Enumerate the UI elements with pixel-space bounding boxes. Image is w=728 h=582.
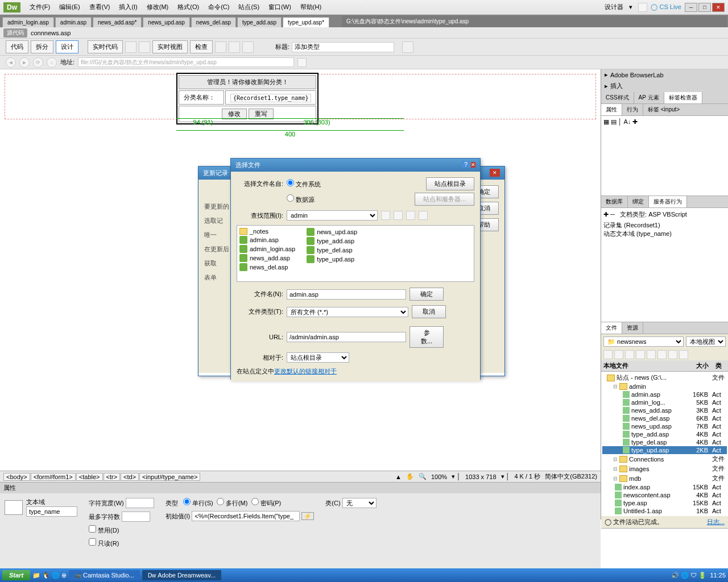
insert-panel[interactable]: ▸ 插入 [601, 80, 728, 92]
reload-icon[interactable]: ⟳ [33, 57, 43, 68]
menu-site[interactable]: 站点(S) [234, 1, 264, 13]
assets-tab[interactable]: 资源 [622, 322, 643, 334]
class-select[interactable]: 无 [342, 498, 377, 508]
up-folder-icon[interactable] [394, 211, 403, 220]
cancel-button[interactable]: 取消 [412, 305, 446, 318]
zoom-icon[interactable]: 🔍 [419, 473, 427, 480]
tree-row[interactable]: 站点 - news (G:\...文件 [602, 373, 727, 383]
zoom-value[interactable]: 100% [431, 473, 447, 480]
file-item[interactable]: admin_login.asp [239, 245, 295, 253]
multi-line-radio[interactable]: 多行(M) [217, 500, 248, 506]
help-icon[interactable]: ? [462, 161, 470, 168]
close-icon[interactable]: ✕ [471, 162, 475, 168]
tree-row[interactable]: news_del.asp6KBAct [602, 414, 727, 422]
source-file[interactable]: connnews.asp [31, 30, 71, 36]
relative-select[interactable]: 站点根目录 [287, 352, 349, 363]
readonly-checkbox[interactable]: 只读(R) [89, 540, 119, 547]
connect-icon[interactable] [603, 350, 613, 359]
refresh-icon[interactable] [229, 41, 240, 53]
css-styles-tab[interactable]: CSS样式 [601, 92, 634, 103]
code-view-button[interactable]: 代码 [6, 40, 28, 53]
tree-row[interactable]: admin.asp16KBAct [602, 390, 727, 398]
site-select[interactable]: 📁 newsnews [603, 336, 684, 347]
file-item[interactable]: type_upd.asp [307, 255, 357, 263]
server-behaviors-tab[interactable]: 服务器行为 [649, 196, 687, 207]
properties-title[interactable]: 属性 [0, 483, 601, 493]
tree-row[interactable]: admin_log...5KBAct [602, 398, 727, 406]
lightning-icon[interactable]: ⚡ [301, 512, 314, 520]
live-code-button[interactable]: 实时代码 [88, 40, 123, 53]
file-item[interactable]: news_add.asp [239, 254, 295, 262]
max-chars-input[interactable] [122, 512, 150, 522]
menu-view[interactable]: 查看(V) [85, 1, 115, 13]
tag-table[interactable]: <table> [76, 473, 103, 481]
filetype-select[interactable]: 所有文件 (*.*) [287, 307, 408, 317]
params-button[interactable]: 参数... [410, 326, 444, 348]
tree-row[interactable]: type_del.asp4KBAct [602, 438, 727, 446]
type-name-field[interactable]: {Recordset1.type_name} [230, 94, 311, 102]
live-view-button[interactable]: 实时视图 [152, 40, 188, 53]
menu-modify[interactable]: 修改(M) [142, 1, 173, 13]
toolbar-icon-1[interactable] [125, 41, 136, 53]
tab-type-add[interactable]: type_add.asp [237, 17, 282, 27]
menu-commands[interactable]: 命令(C) [204, 1, 234, 13]
start-button[interactable]: Start [2, 570, 30, 580]
sync-icon[interactable] [668, 350, 677, 359]
files-tab[interactable]: 文件 [601, 322, 622, 334]
file-item[interactable]: news_del.asp [239, 263, 295, 271]
tab-news-upd[interactable]: news_upd.asp [143, 17, 190, 27]
pointer-icon[interactable]: ▲ [395, 473, 402, 480]
tab-admin-login[interactable]: admin_login.asp [2, 17, 54, 27]
filesystem-radio[interactable]: 文件系统 [287, 179, 321, 189]
menu-insert[interactable]: 插入(I) [114, 1, 142, 13]
file-item[interactable]: admin.asp [239, 236, 295, 244]
close-icon[interactable]: ✕ [490, 169, 500, 177]
tab-type-upd[interactable]: type_upd.asp* [283, 17, 329, 27]
browserlab-panel[interactable]: ▸ Adobe BrowserLab [601, 69, 728, 80]
password-radio[interactable]: 密码(P) [251, 500, 282, 506]
tag-body[interactable]: <body> [3, 473, 30, 481]
system-tray[interactable]: 🔊 🌐 🛡 🔋 11:25 [671, 572, 726, 579]
page-title-input[interactable] [292, 42, 394, 52]
tree-row[interactable]: ⊟admin [602, 383, 727, 390]
tag-inspector-body[interactable]: ▦ ▤ │ A↓ ✚ [601, 116, 728, 196]
design-view-button[interactable]: 设计 [56, 40, 78, 53]
menu-help[interactable]: 帮助(H) [296, 1, 326, 13]
ap-elements-tab[interactable]: AP 元素 [634, 92, 664, 103]
file-tree[interactable]: 站点 - news (G:\...文件⊟adminadmin.asp16KBAc… [601, 372, 728, 516]
tree-row[interactable]: news_add.asp3KBAct [602, 406, 727, 414]
file-item[interactable]: type_del.asp [307, 246, 357, 254]
char-width-input[interactable] [126, 498, 154, 508]
tree-row[interactable]: type_upd.asp2KBAct [602, 446, 727, 454]
tree-row[interactable]: ⊟images文件 [602, 464, 727, 473]
cslive-link[interactable]: ◯ CS Live [651, 3, 681, 11]
tag-form[interactable]: <form#form1> [31, 473, 76, 481]
view-select[interactable]: 本地视图 [686, 336, 726, 347]
bindings-tab[interactable]: 绑定 [628, 196, 649, 207]
col-localfile[interactable]: 本地文件 [601, 360, 695, 371]
minimize-icon[interactable]: ─ [685, 3, 697, 12]
tree-row[interactable]: ⊟Connections文件 [602, 454, 727, 464]
init-value-input[interactable] [192, 511, 300, 521]
refresh-icon[interactable] [614, 350, 623, 359]
file-item[interactable]: type_add.asp [307, 237, 357, 245]
url-input[interactable] [287, 332, 406, 342]
behaviors-tab[interactable]: 行为 [622, 104, 643, 115]
recordset-item[interactable]: 记录集 (Recordset1) [603, 221, 726, 230]
tag-td[interactable]: <td> [121, 473, 139, 481]
hand-icon[interactable]: ✋ [406, 473, 414, 480]
expand-icon[interactable] [679, 350, 688, 359]
view-menu-icon[interactable] [419, 211, 428, 220]
task-camtasia[interactable]: 📹 Camtasia Studio... [69, 570, 140, 580]
inspect-button[interactable]: 检查 [190, 40, 213, 53]
tree-row[interactable]: type.asp15KBAct [602, 499, 727, 507]
tree-row[interactable]: news_upd.asp7KBAct [602, 422, 727, 430]
folder-notes[interactable]: _notes [239, 228, 295, 235]
file-list[interactable]: _notes admin.asp admin_login.asp news_ad… [237, 225, 474, 282]
get-icon[interactable] [625, 350, 634, 359]
options-icon[interactable] [242, 41, 254, 53]
tree-row[interactable]: Untitled-1.asp1KBAct [602, 507, 727, 515]
checkout-icon[interactable] [647, 350, 656, 359]
dynamic-field-item[interactable]: 动态文本域 (type_name) [603, 230, 726, 238]
menu-window[interactable]: 窗口(W) [264, 1, 296, 13]
